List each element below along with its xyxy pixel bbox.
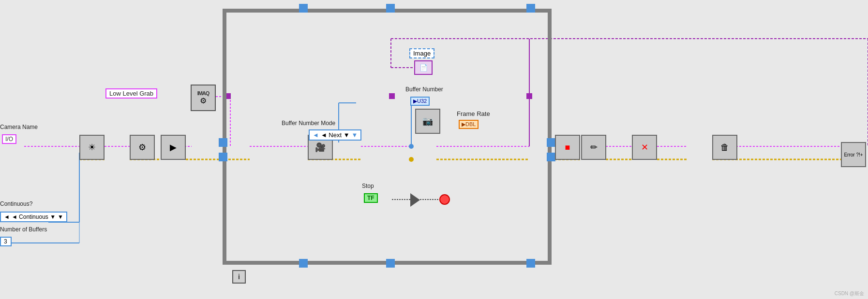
main-frame: [223, 9, 552, 265]
info-icon: i: [232, 270, 246, 284]
io-value-box[interactable]: I/O: [2, 134, 16, 144]
imaq-block[interactable]: IMAQ ⚙: [191, 85, 216, 111]
image-label-box: Image: [409, 48, 434, 58]
frame-connector-right-bot: [547, 153, 555, 161]
frame-connector-left-top: [219, 138, 227, 147]
next-arrow-right: ▼: [352, 131, 358, 139]
or-gate-triangle: [410, 193, 420, 207]
watermark: CSDN @斯金: [835, 290, 864, 297]
func-node-trash[interactable]: 🗑: [712, 135, 737, 160]
func-node-right-2[interactable]: ✏: [581, 135, 606, 160]
dbl-badge: ▶DBL: [459, 120, 479, 129]
frame-rate-label: Frame Rate: [457, 110, 490, 117]
continuous-dropdown[interactable]: ◄ ◄ Continuous ▼ ▼: [0, 212, 67, 222]
imaq-text: IMAQ: [197, 90, 210, 96]
low-level-grab-label: Low Level Grab: [105, 88, 157, 99]
image-icon-box: 📄: [414, 60, 433, 75]
tf-box[interactable]: TF: [364, 193, 378, 203]
continuous-value: ◄ Continuous ▼: [12, 214, 56, 220]
next-dropdown[interactable]: ◄ ◄ Next ▼ ▼: [309, 129, 361, 141]
frame-rate-icon-box: 📷: [415, 109, 440, 134]
frame-connector-top-right: [526, 4, 535, 13]
camera-name-label: Camera Name: [0, 124, 38, 130]
frame-connector-bot-right: [526, 259, 535, 268]
frame-connector-top-mid: [386, 4, 395, 13]
buffers-value-box[interactable]: 3: [0, 237, 12, 246]
next-value: ◄ Next ▼: [321, 131, 350, 139]
stop-circle[interactable]: [439, 194, 450, 205]
continuous-arrow-left: ◄: [4, 214, 10, 220]
frame-connector-bot-mid: [386, 259, 395, 268]
frame-connector-left-bot: [219, 153, 227, 161]
frame-connector-right-top: [547, 138, 555, 147]
func-node-right-3[interactable]: ✕: [632, 135, 657, 160]
num-buffers-label: Number of Buffers: [0, 226, 47, 233]
frame-connector-top-left: [299, 4, 308, 13]
error-node: Error ?!+: [841, 142, 866, 167]
buffer-number-label: Buffer Number: [405, 86, 443, 93]
stop-label: Stop: [362, 183, 374, 189]
continuous-arrow-down: ▼: [58, 214, 63, 220]
imaq-icon: ⚙: [200, 96, 207, 105]
func-node-play[interactable]: ▶: [161, 135, 186, 160]
frame-connector-bot-left: [299, 259, 308, 268]
continuous-question-label: Continuous?: [0, 200, 32, 207]
image-icon: 📄: [419, 64, 428, 71]
u32-badge: ▶U32: [410, 97, 430, 106]
func-node-right-1[interactable]: ■: [555, 135, 580, 160]
canvas: i Low Level Grab IMAQ ⚙ ☀ ⚙ ▶ 🎥 ■ ✏ ✕ 🗑 …: [0, 0, 868, 299]
next-arrow-left: ◄: [313, 131, 319, 139]
func-node-2[interactable]: ⚙: [130, 135, 155, 160]
frame-rate-icon: 📷: [422, 116, 433, 127]
func-node-1[interactable]: ☀: [79, 135, 105, 160]
buffer-number-mode-label: Buffer Number Mode: [282, 120, 335, 127]
